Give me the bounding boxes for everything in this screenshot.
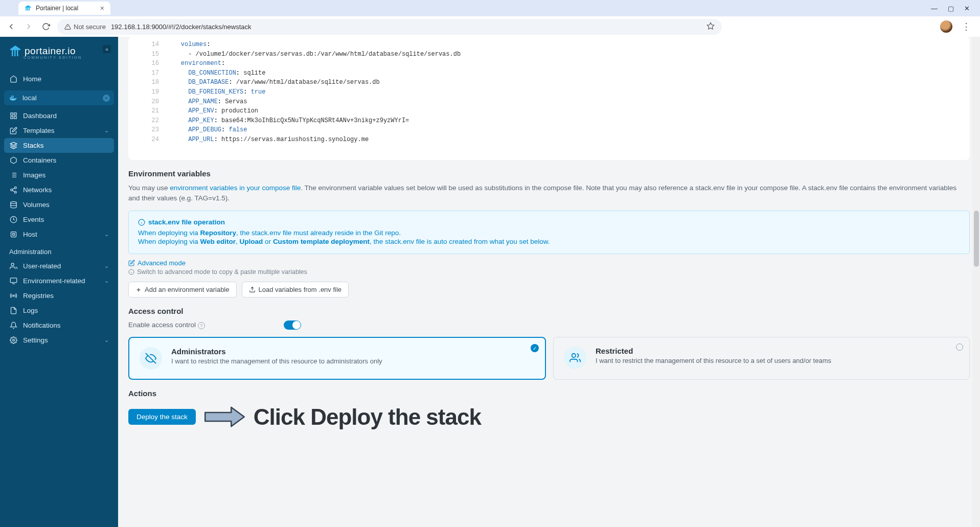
info-icon — [138, 219, 145, 226]
svg-rect-11 — [10, 97, 11, 98]
svg-line-30 — [12, 188, 14, 189]
line-number: 14 — [141, 40, 166, 50]
info-small-icon — [128, 269, 134, 275]
svg-rect-0 — [26, 8, 27, 11]
sidebar-item-home[interactable]: Home — [0, 72, 118, 86]
sidebar-environment-badge[interactable]: local × — [4, 90, 114, 105]
option-title: Administrators — [171, 347, 382, 356]
sidebar-section-administration: Administration — [0, 242, 118, 259]
nav-icon — [9, 277, 17, 285]
sidebar-item-environment-related[interactable]: Environment-related⌄ — [0, 273, 118, 288]
nav-icon — [9, 216, 17, 223]
sidebar-item-registries[interactable]: Registries — [0, 288, 118, 303]
code-line[interactable]: 24 APP_URL: https://servas.mariushosting… — [141, 135, 958, 145]
nav-icon — [9, 262, 17, 270]
load-env-file-button[interactable]: Load variables from .env file — [242, 282, 349, 297]
sidebar-item-networks[interactable]: Networks — [0, 182, 118, 197]
nav-icon — [9, 292, 17, 300]
sidebar-item-label: Environment-related — [23, 277, 85, 285]
close-window-icon[interactable]: ✕ — [964, 5, 970, 12]
env-vars-docs-link[interactable]: environment variables in your compose fi… — [170, 184, 301, 192]
nav-icon — [9, 186, 17, 194]
nav-icon — [9, 171, 17, 179]
callout-text: Click Deploy the stack — [254, 404, 481, 430]
editor-card: 14 volumes:15 - /volume1/docker/servas/s… — [128, 37, 970, 160]
code-line[interactable]: 16 environment: — [141, 59, 958, 68]
svg-marker-7 — [10, 45, 20, 50]
enable-access-control-label: Enable access control ? — [128, 321, 205, 329]
nav-icon — [9, 307, 17, 314]
sidebar-item-templates[interactable]: Templates⌄ — [0, 123, 118, 138]
sidebar-item-containers[interactable]: Containers — [0, 153, 118, 168]
svg-rect-8 — [12, 50, 13, 56]
warning-icon — [64, 24, 71, 30]
minimize-window-icon[interactable]: — — [931, 5, 938, 12]
svg-point-28 — [14, 191, 16, 193]
sidebar-item-stacks[interactable]: Stacks — [4, 138, 114, 153]
code-line[interactable]: 14 volumes: — [141, 40, 958, 50]
forward-button[interactable] — [22, 20, 35, 33]
sidebar-item-host[interactable]: Host⌄ — [0, 227, 118, 242]
access-option-administrators[interactable]: Administrators I want to restrict the ma… — [128, 337, 546, 380]
code-line[interactable]: 21 APP_ENV: production — [141, 106, 958, 116]
svg-rect-2 — [29, 8, 30, 11]
svg-rect-36 — [10, 278, 17, 283]
advanced-mode-link[interactable]: Advanced mode — [128, 259, 970, 267]
sidebar-item-volumes[interactable]: Volumes — [0, 197, 118, 212]
scrollbar-track[interactable] — [972, 37, 980, 527]
env-close-icon[interactable]: × — [103, 95, 110, 102]
brand-logo[interactable]: portainer.io COMMUNITY EDITION « — [0, 37, 118, 65]
sidebar-item-dashboard[interactable]: Dashboard — [0, 108, 118, 123]
svg-rect-10 — [17, 50, 18, 56]
svg-rect-18 — [14, 117, 16, 119]
url-text: 192.168.1.18:9000/#!/2/docker/stacks/new… — [111, 23, 252, 31]
sidebar-item-label: Stacks — [23, 142, 44, 149]
collapse-sidebar-icon[interactable]: « — [103, 45, 111, 53]
sidebar-item-user-related[interactable]: User-related⌄ — [0, 259, 118, 273]
code-line[interactable]: 17 DB_CONNECTION: sqlite — [141, 68, 958, 78]
sidebar-item-events[interactable]: Events — [0, 212, 118, 227]
code-line[interactable]: 18 DB_DATABASE: /var/www/html/database/s… — [141, 78, 958, 87]
code-line[interactable]: 15 - /volume1/docker/servas/servas.db:/v… — [141, 50, 958, 59]
reload-button[interactable] — [40, 20, 52, 33]
code-line[interactable]: 23 APP_DEBUG: false — [141, 125, 958, 135]
browser-menu-icon[interactable]: ⋮ — [962, 22, 971, 31]
sidebar-item-label: Volumes — [23, 201, 50, 209]
access-option-restricted[interactable]: Restricted I want to restrict the manage… — [553, 337, 970, 380]
line-number: 17 — [141, 68, 166, 78]
svg-rect-12 — [11, 97, 12, 98]
scrollbar-thumb[interactable] — [974, 211, 979, 267]
sidebar-item-images[interactable]: Images — [0, 168, 118, 182]
bookmark-star-icon[interactable] — [706, 22, 715, 32]
line-number: 22 — [141, 116, 166, 126]
home-icon — [9, 75, 17, 83]
back-button[interactable] — [5, 20, 17, 33]
close-tab-icon[interactable]: × — [100, 4, 104, 12]
svg-point-26 — [14, 187, 16, 189]
add-env-var-button[interactable]: Add an environment variable — [128, 282, 237, 297]
help-icon[interactable]: ? — [198, 322, 205, 329]
code-line[interactable]: 22 APP_KEY: base64:Mk3oIhBicQx5NuTYpKcqN… — [141, 116, 958, 126]
sidebar-item-settings[interactable]: Settings⌄ — [0, 333, 118, 348]
address-bar[interactable]: Not secure 192.168.1.18:9000/#!/2/docker… — [57, 19, 722, 35]
browser-tab[interactable]: Portainer | local × — [18, 2, 110, 15]
sidebar-item-notifications[interactable]: Notifications — [0, 318, 118, 333]
yaml-editor[interactable]: 14 volumes:15 - /volume1/docker/servas/s… — [141, 37, 958, 148]
sidebar-item-label: Logs — [23, 307, 38, 314]
line-number: 15 — [141, 50, 166, 59]
option-desc: I want to restrict the management of thi… — [596, 357, 831, 364]
profile-avatar[interactable] — [940, 20, 952, 33]
svg-rect-34 — [12, 234, 14, 236]
access-control-heading: Access control — [128, 307, 970, 315]
sidebar-item-label: Settings — [23, 336, 48, 344]
code-line[interactable]: 20 APP_NAME: Servas — [141, 97, 958, 107]
line-number: 23 — [141, 125, 166, 135]
sidebar-item-logs[interactable]: Logs — [0, 303, 118, 318]
code-line[interactable]: 19 DB_FOREIGN_KEYS: true — [141, 87, 958, 97]
access-control-toggle[interactable] — [284, 320, 301, 330]
sidebar-item-label: Containers — [23, 156, 56, 164]
svg-marker-6 — [707, 22, 714, 29]
actions-heading: Actions — [128, 389, 970, 398]
deploy-stack-button[interactable]: Deploy the stack — [128, 409, 196, 425]
maximize-window-icon[interactable]: ▢ — [948, 5, 954, 12]
